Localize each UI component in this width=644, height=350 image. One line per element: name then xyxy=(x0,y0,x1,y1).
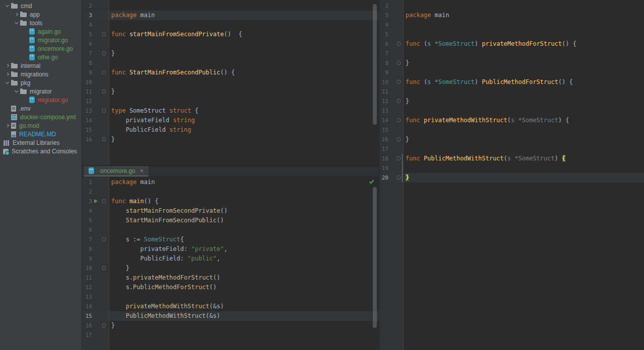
code-line-10[interactable]: 10 xyxy=(82,77,379,87)
code-line-9[interactable]: 9 PublicField: "public", xyxy=(82,254,379,264)
fold-start-icon[interactable] xyxy=(397,42,400,46)
code-line-13[interactable]: 13type SomeStruct struct { xyxy=(82,106,379,116)
code-line-12[interactable]: 12 s.PublicMethodForStruct() xyxy=(82,283,379,292)
fold-end-icon[interactable] xyxy=(102,323,106,327)
chevron-down-icon[interactable] xyxy=(14,89,18,93)
fold-start-icon[interactable] xyxy=(397,156,400,160)
tree-item-readme-md[interactable]: README.MD xyxy=(0,130,82,138)
code-line-11[interactable]: 11 s.privateMethodForStruct() xyxy=(82,273,379,283)
fold-start-icon[interactable] xyxy=(102,199,106,203)
code-line-1[interactable]: 1package main xyxy=(82,178,379,187)
fold-start-icon[interactable] xyxy=(102,70,106,74)
code-line-13[interactable]: 13 xyxy=(82,292,379,302)
code-line-18[interactable]: 18func PublicMethodWithStruct(s *SomeStr… xyxy=(379,154,644,163)
tree-item-external-libraries[interactable]: External Libraries xyxy=(0,138,82,147)
editor-bottom[interactable]: 1package main23func main() {4 startMainF… xyxy=(82,177,379,350)
tree-item-migrations[interactable]: migrations xyxy=(0,70,82,78)
fold-end-icon[interactable] xyxy=(102,137,106,141)
code-line-10[interactable]: 10func (s *SomeStruct) PublicMethodForSt… xyxy=(379,77,644,87)
tree-item--env[interactable]: .env xyxy=(0,104,82,113)
code-line-6[interactable]: 6 xyxy=(82,225,379,235)
code-line-16[interactable]: 16} xyxy=(82,321,379,330)
code-line-2[interactable]: 2 xyxy=(379,1,644,11)
code-line-15[interactable]: 15 PublicMethodWithStruct(&s) xyxy=(82,311,379,321)
chevron-down-icon[interactable] xyxy=(5,80,9,84)
fold-start-icon[interactable] xyxy=(102,109,106,113)
tree-item-tools[interactable]: tools xyxy=(0,19,82,27)
tree-item-go-mod[interactable]: go.mod xyxy=(0,121,82,130)
code-line-4[interactable]: 4 xyxy=(379,20,644,30)
tree-item-scratches-and-consoles[interactable]: Scratches and Consoles xyxy=(0,147,82,155)
vertical-scrollbar-thumb[interactable] xyxy=(373,4,377,125)
code-line-16[interactable]: 16} xyxy=(379,135,644,144)
code-line-12[interactable]: 12 xyxy=(82,97,379,106)
code-line-6[interactable]: 6 xyxy=(82,39,379,49)
tab-oncemore-go[interactable]: oncemore.go × xyxy=(84,166,148,177)
code-line-4[interactable]: 4 startMainFromSecondPrivate() xyxy=(82,206,379,216)
code-line-9[interactable]: 9 xyxy=(379,68,644,77)
code-line-14[interactable]: 14 privateField string xyxy=(82,116,379,125)
code-line-6[interactable]: 6func (s *SomeStruct) privateMethodForSt… xyxy=(379,39,644,49)
vertical-scrollbar-thumb[interactable] xyxy=(373,187,377,328)
code-line-13[interactable]: 13 xyxy=(379,106,644,116)
code-line-3[interactable]: 3func main() { xyxy=(82,197,379,206)
code-line-10[interactable]: 10 } xyxy=(82,264,379,273)
editor-top[interactable]: 23package main45func startMainFromSecond… xyxy=(82,0,379,165)
fold-end-icon[interactable] xyxy=(397,99,400,103)
code-line-7[interactable]: 7} xyxy=(82,49,379,58)
code-line-3[interactable]: 3package main xyxy=(82,11,379,20)
tree-item-docker-compose-yml[interactable]: docker-compose.yml xyxy=(0,113,82,121)
chevron-down-icon[interactable] xyxy=(5,4,9,7)
code-line-15[interactable]: 15 xyxy=(379,125,644,135)
code-line-4[interactable]: 4 xyxy=(82,20,379,30)
tree-item-again-go[interactable]: again.go xyxy=(0,27,82,36)
tree-item-pkg[interactable]: pkg xyxy=(0,78,82,87)
code-line-14[interactable]: 14 privateMethodWithStruct(&s) xyxy=(82,302,379,311)
tree-item-migrator[interactable]: migrator xyxy=(0,87,82,96)
code-line-19[interactable]: 19 xyxy=(379,163,644,173)
code-line-8[interactable]: 8 privateField: "private", xyxy=(82,244,379,254)
code-line-7[interactable]: 7 s := SomeStruct{ xyxy=(82,235,379,244)
code-line-12[interactable]: 12} xyxy=(379,97,644,106)
code-line-15[interactable]: 15 PublicField string xyxy=(82,125,379,135)
fold-end-icon[interactable] xyxy=(397,137,400,141)
editor-right[interactable]: 23package main456func (s *SomeStruct) pr… xyxy=(379,0,644,350)
fold-start-icon[interactable] xyxy=(102,237,106,241)
code-line-11[interactable]: 11 xyxy=(379,87,644,97)
tree-item-cmd[interactable]: cmd xyxy=(0,2,82,10)
fold-end-icon[interactable] xyxy=(397,176,400,180)
fold-start-icon[interactable] xyxy=(102,32,106,36)
chevron-right-icon[interactable] xyxy=(5,64,9,67)
code-line-3[interactable]: 3package main xyxy=(379,11,644,20)
code-line-5[interactable]: 5 StartMainFromSecondPublic() xyxy=(82,216,379,225)
code-line-2[interactable]: 2 xyxy=(82,187,379,197)
code-line-5[interactable]: 5func startMainFromSecondPrivate() { xyxy=(82,30,379,39)
code-line-9[interactable]: 9func StartMainFromSecondPublic() { xyxy=(82,68,379,77)
fold-start-icon[interactable] xyxy=(397,80,400,84)
run-arrow-icon[interactable] xyxy=(94,199,98,203)
fold-end-icon[interactable] xyxy=(397,61,400,65)
code-line-14[interactable]: 14func privateMethodWithStruct(s *SomeSt… xyxy=(379,116,644,125)
tree-item-internal[interactable]: internal xyxy=(0,61,82,70)
chevron-down-icon[interactable] xyxy=(14,21,18,24)
code-line-2[interactable]: 2 xyxy=(82,1,379,11)
close-icon[interactable]: × xyxy=(140,167,144,174)
code-line-8[interactable]: 8} xyxy=(379,58,644,68)
tree-item-app[interactable]: app xyxy=(0,10,82,19)
chevron-right-icon[interactable] xyxy=(5,124,9,127)
chevron-right-icon[interactable] xyxy=(5,72,9,76)
tree-item-othe-go[interactable]: othe.go xyxy=(0,53,82,61)
code-line-5[interactable]: 5 xyxy=(379,30,644,39)
code-line-16[interactable]: 16} xyxy=(82,135,379,144)
tree-item-migrator-go[interactable]: migrator.go xyxy=(0,36,82,44)
code-line-7[interactable]: 7 xyxy=(379,49,644,58)
fold-end-icon[interactable] xyxy=(102,266,106,270)
chevron-right-icon[interactable] xyxy=(14,13,18,16)
fold-end-icon[interactable] xyxy=(102,51,106,55)
tree-item-oncemore-go[interactable]: oncemore.go xyxy=(0,44,82,53)
code-line-11[interactable]: 11} xyxy=(82,87,379,97)
code-line-8[interactable]: 8 xyxy=(82,58,379,68)
fold-end-icon[interactable] xyxy=(102,90,106,94)
code-line-17[interactable]: 17 xyxy=(379,144,644,154)
code-line-20[interactable]: 20} xyxy=(379,173,644,183)
